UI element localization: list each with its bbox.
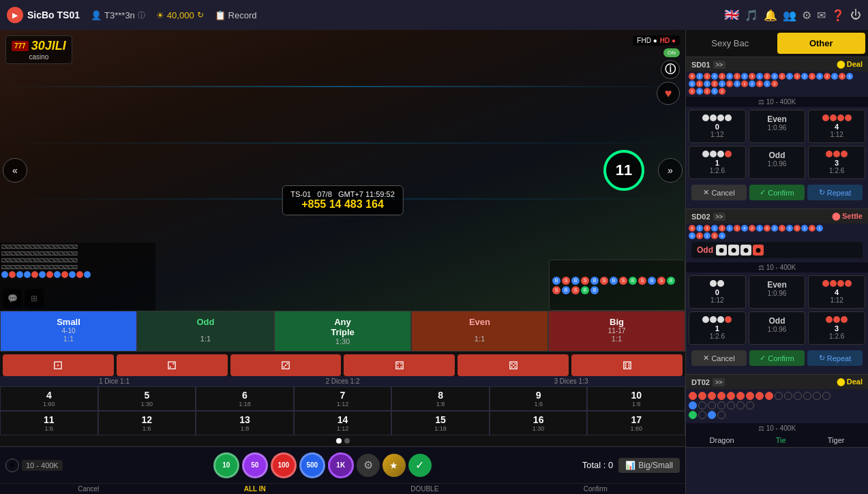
sd02-cancel-btn[interactable]: ✕ Cancel xyxy=(691,350,747,366)
record-area[interactable]: 📋 Record xyxy=(215,10,257,20)
dot-2[interactable] xyxy=(344,438,350,444)
dice-6[interactable]: ⚅ xyxy=(571,354,683,376)
num-12[interactable]: 121:6 xyxy=(98,411,196,435)
sd02-bet-white[interactable]: 0 1:12 xyxy=(689,275,746,309)
chip-1k[interactable]: 1K xyxy=(328,452,354,478)
flag-icon[interactable]: 🇬🇧 xyxy=(724,7,739,22)
num-13[interactable]: 131:8 xyxy=(196,411,294,435)
sd01-limit-value: 10 - 400K xyxy=(766,98,796,106)
sd01-bet-odd[interactable]: Odd 1:0.96 xyxy=(749,146,806,179)
sd02-bet-white-2[interactable]: 1 1:2.6 xyxy=(689,311,746,345)
notification-icon[interactable]: 🔔 xyxy=(764,9,777,22)
sd01-bet-even[interactable]: Even 1:0.96 xyxy=(749,110,806,143)
num-11[interactable]: 111:6 xyxy=(0,411,98,435)
favorite-button[interactable]: ♥ xyxy=(657,82,680,105)
tab-sexy-bac[interactable]: Sexy Bac xyxy=(686,30,775,57)
num-5[interactable]: 51:30 xyxy=(98,386,196,411)
tab-other[interactable]: Other xyxy=(777,33,866,54)
chip-500[interactable]: 500 xyxy=(299,452,325,478)
dt-dot xyxy=(708,411,716,419)
sd02-repeat-btn[interactable]: ↻ Repeat xyxy=(807,350,863,366)
num-10[interactable]: 101:6 xyxy=(587,386,685,411)
num-7[interactable]: 71:12 xyxy=(294,386,392,411)
num-9[interactable]: 91:6 xyxy=(490,386,588,411)
bet-small[interactable]: Small 4-10 1:1 xyxy=(0,311,137,352)
num-16[interactable]: 161:30 xyxy=(490,411,588,435)
mini-chip xyxy=(837,280,844,287)
num-4[interactable]: 41:60 xyxy=(0,386,98,411)
confirm-circle-button[interactable]: ✓ xyxy=(408,454,432,477)
dt02-tie-label: Tie xyxy=(776,436,786,444)
bet-any-triple[interactable]: Any Triple 1:30 xyxy=(274,311,411,352)
settings-icon[interactable]: ⚙ xyxy=(802,9,811,22)
rd: 1 xyxy=(711,88,718,95)
dice-3[interactable]: ⚂ xyxy=(230,354,342,376)
gold-button[interactable]: ★ xyxy=(383,454,406,477)
sd02-confirm-btn[interactable]: ✓ Confirm xyxy=(749,350,805,366)
cancel-button[interactable]: ✕ xyxy=(5,459,19,472)
rd: 3 xyxy=(696,88,703,95)
num-17[interactable]: 171:60 xyxy=(587,411,685,435)
bet-type-row: Small 4-10 1:1 Odd 1:1 Any Triple 1:30 E… xyxy=(0,311,685,352)
sd01-bet-count-3: 1 xyxy=(692,159,743,167)
sd01-repeat-btn[interactable]: ↻ Repeat xyxy=(807,185,863,200)
chip-100[interactable]: 100 xyxy=(271,452,297,478)
rd: 1 xyxy=(719,80,725,87)
sd02-bet-odd[interactable]: Odd 1:0.96 xyxy=(749,311,806,345)
mini-chip xyxy=(702,151,709,157)
dot-1[interactable] xyxy=(336,438,342,444)
sd01-bet-white-2[interactable]: 1 1:2.6 xyxy=(689,146,746,179)
rd: 1 xyxy=(786,73,793,80)
dt-dot xyxy=(765,392,773,400)
info-button[interactable]: ⓘ xyxy=(661,60,680,79)
help-icon[interactable]: ❓ xyxy=(831,9,845,22)
chip-10[interactable]: 10 xyxy=(213,452,239,478)
prev-arrow[interactable]: « xyxy=(3,158,27,183)
mini-chip xyxy=(845,114,852,121)
sd01-bet-red-2[interactable]: 3 1:2.6 xyxy=(808,146,865,179)
chip-50[interactable]: 50 xyxy=(242,452,268,478)
rd: 2 xyxy=(839,73,845,80)
bet-odd-label: Odd xyxy=(140,317,271,327)
bet-big[interactable]: Big 11-17 1:1 xyxy=(548,311,685,352)
road-row-1: 3 2 1 4 2 3 1 2 3 1 2 3 2 1 3 2 1 xyxy=(689,73,865,80)
sd02-id: SD02 xyxy=(691,213,710,221)
users-icon[interactable]: 👥 xyxy=(783,9,796,22)
bet-even[interactable]: Even 1:1 xyxy=(411,311,548,352)
sd01-bet-ratio-1: 1:12 xyxy=(692,131,743,138)
mini-chip xyxy=(702,114,709,121)
sd01-badge: >> xyxy=(713,61,726,69)
next-arrow[interactable]: » xyxy=(658,158,683,183)
mail-icon[interactable]: ✉ xyxy=(817,9,826,22)
toggle-switch[interactable]: ON xyxy=(663,48,680,57)
dice-4[interactable]: ⚃ xyxy=(344,354,455,376)
bet-odd[interactable]: Odd 1:1 xyxy=(137,311,274,352)
dt-dot xyxy=(736,392,745,400)
sd01-confirm-btn[interactable]: ✓ Confirm xyxy=(749,185,805,200)
sd02-bet-red-2[interactable]: 3 1:2.6 xyxy=(808,311,865,345)
num-14[interactable]: 141:12 xyxy=(294,411,392,435)
bet-triple-label2: Triple xyxy=(278,327,408,337)
sd01-chip-display-1 xyxy=(692,114,743,121)
dice-5[interactable]: ⚄ xyxy=(458,354,569,376)
sd02-bet-even[interactable]: Even 1:0.96 xyxy=(749,275,806,309)
sd01-section: SD01 >> ⬤ Deal 3 2 1 4 2 3 1 2 xyxy=(686,57,868,209)
num-8[interactable]: 81:8 xyxy=(391,386,490,411)
chip-settings-button[interactable]: ⚙ xyxy=(357,454,380,477)
dice-2[interactable]: ⚁ xyxy=(117,354,228,376)
refresh-icon: ↻ xyxy=(197,10,204,20)
sd02-bet-red-1[interactable]: 4 1:12 xyxy=(808,275,865,309)
sd01-bet-row-1: 0 1:12 Even 1:0.96 xyxy=(689,110,865,143)
num-15[interactable]: 151:18 xyxy=(391,411,490,435)
dt02-dragon-label: Dragon xyxy=(710,436,734,444)
sd01-bet-white[interactable]: 0 1:12 xyxy=(689,110,746,143)
big-small-toggle[interactable]: 📊 Big/Small xyxy=(618,458,680,473)
power-icon[interactable]: ⏻ xyxy=(850,9,861,21)
music-icon[interactable]: 🎵 xyxy=(745,9,758,22)
sd01-bet-red-1[interactable]: 4 1:12 xyxy=(808,110,865,143)
num-6[interactable]: 61:18 xyxy=(196,386,294,411)
sd01-odd-ratio: 1:0.96 xyxy=(752,160,803,168)
rd: 3 xyxy=(756,80,763,87)
dice-1[interactable]: ⚀ xyxy=(3,354,114,376)
sd01-cancel-btn[interactable]: ✕ Cancel xyxy=(691,185,747,200)
